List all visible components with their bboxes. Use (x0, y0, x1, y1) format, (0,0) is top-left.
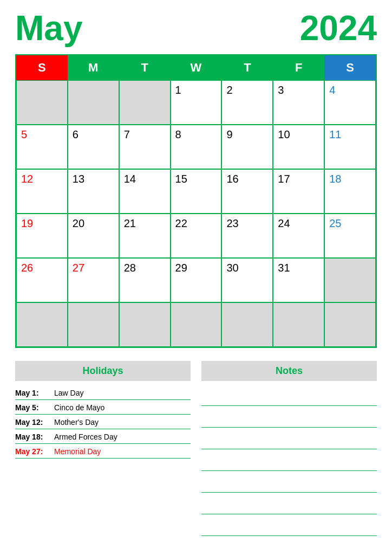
cal-cell-r0-c2 (119, 80, 171, 125)
day-number: 6 (73, 128, 79, 140)
day-number: 27 (73, 262, 84, 274)
cal-cell-r5-c3 (171, 302, 222, 347)
day-number: 22 (175, 217, 187, 229)
day-number: 16 (226, 173, 238, 185)
cal-cell-r0-c0 (16, 80, 68, 125)
day-number: 31 (278, 262, 290, 274)
day-number: 30 (226, 262, 238, 274)
cal-cell-r1-c1: 6 (68, 125, 119, 169)
cal-cell-r4-c1: 27 (68, 258, 119, 302)
month-title: May (15, 11, 83, 46)
holiday-name: Memorial Day (54, 447, 101, 456)
cal-cell-r4-c3: 29 (171, 258, 222, 302)
day-number: 7 (124, 128, 130, 140)
cal-cell-r5-c1 (68, 302, 119, 347)
bottom-section: Holidays May 1:Law DayMay 5:Cinco de May… (15, 361, 377, 555)
holidays-list: May 1:Law DayMay 5:Cinco de MayoMay 12:M… (15, 385, 191, 459)
cal-cell-r3-c3: 22 (171, 214, 222, 258)
cal-cell-r2-c4: 16 (221, 169, 273, 214)
day-number: 5 (21, 128, 27, 140)
holiday-date: May 27: (15, 447, 49, 456)
cal-cell-r2-c1: 13 (68, 169, 119, 214)
calendar-grid: SMTWTFS123456789101112131415161718192021… (16, 55, 376, 347)
cal-cell-r4-c0: 26 (16, 258, 68, 302)
day-number: 24 (278, 217, 290, 229)
day-number: 11 (329, 128, 341, 140)
day-number: 12 (21, 173, 33, 185)
day-number: 18 (329, 173, 341, 185)
cal-cell-r0-c4: 2 (221, 80, 273, 125)
cal-cell-r2-c6: 18 (324, 169, 376, 214)
day-header-t2: T (119, 55, 171, 80)
day-number: 17 (278, 173, 290, 185)
day-number: 29 (175, 262, 187, 274)
holiday-item: May 5:Cinco de Mayo (15, 400, 191, 415)
cal-cell-r5-c0 (16, 302, 68, 347)
cal-cell-r3-c2: 21 (119, 214, 171, 258)
year-title: 2024 (300, 11, 377, 46)
day-number: 2 (226, 84, 232, 96)
cal-cell-r5-c5 (273, 302, 324, 347)
cal-cell-r4-c6 (324, 258, 376, 302)
holiday-name: Law Day (54, 389, 83, 397)
day-number: 21 (124, 217, 136, 229)
day-number: 10 (278, 128, 290, 140)
cal-cell-r0-c1 (68, 80, 119, 125)
page: May 2024 SMTWTFS123456789101112131415161… (0, 0, 392, 555)
note-line (201, 494, 377, 514)
cal-cell-r4-c5: 31 (273, 258, 324, 302)
holiday-date: May 18: (15, 433, 49, 441)
note-line (201, 472, 377, 493)
day-number: 14 (124, 173, 136, 185)
holiday-item: May 12:Mother's Day (15, 415, 191, 429)
cal-cell-r1-c6: 11 (324, 125, 376, 169)
cal-cell-r0-c5: 3 (273, 80, 324, 125)
holiday-date: May 1: (15, 389, 49, 397)
cal-cell-r3-c5: 24 (273, 214, 324, 258)
calendar-header: May 2024 (15, 11, 377, 46)
day-number: 26 (21, 262, 33, 274)
day-number: 15 (175, 173, 187, 185)
day-number: 1 (175, 84, 181, 96)
day-header-t4: T (221, 55, 273, 80)
day-number: 4 (329, 84, 335, 96)
day-header-m1: M (68, 55, 119, 80)
cal-cell-r1-c2: 7 (119, 125, 171, 169)
day-number: 9 (226, 128, 232, 140)
cal-cell-r0-c6: 4 (324, 80, 376, 125)
day-header-s6: S (324, 55, 376, 80)
cal-cell-r2-c0: 12 (16, 169, 68, 214)
cal-cell-r1-c4: 9 (221, 125, 273, 169)
note-line (201, 429, 377, 449)
day-number: 20 (73, 217, 84, 229)
cal-cell-r1-c3: 8 (171, 125, 222, 169)
holiday-name: Armed Forces Day (54, 433, 117, 441)
holidays-panel: Holidays May 1:Law DayMay 5:Cinco de May… (15, 361, 191, 555)
holiday-date: May 12: (15, 418, 49, 427)
note-line (201, 385, 377, 406)
cal-cell-r0-c3: 1 (171, 80, 222, 125)
day-number: 13 (73, 173, 84, 185)
holiday-item: May 1:Law Day (15, 385, 191, 400)
day-number: 28 (124, 262, 136, 274)
day-header-f5: F (273, 55, 324, 80)
note-line (201, 407, 377, 428)
note-line (201, 537, 377, 555)
cal-cell-r5-c6 (324, 302, 376, 347)
day-number: 25 (329, 217, 341, 229)
cal-cell-r5-c2 (119, 302, 171, 347)
cal-cell-r5-c4 (221, 302, 273, 347)
holiday-item: May 27:Memorial Day (15, 444, 191, 459)
cal-cell-r3-c0: 19 (16, 214, 68, 258)
day-number: 8 (175, 128, 181, 140)
day-number: 19 (21, 217, 33, 229)
holiday-date: May 5: (15, 403, 49, 412)
notes-lines (201, 385, 377, 555)
notes-panel: Notes (201, 361, 377, 555)
cal-cell-r3-c1: 20 (68, 214, 119, 258)
day-number: 23 (226, 217, 238, 229)
cal-cell-r2-c3: 15 (171, 169, 222, 214)
cal-cell-r4-c2: 28 (119, 258, 171, 302)
holiday-name: Mother's Day (54, 418, 99, 427)
note-line (201, 450, 377, 471)
